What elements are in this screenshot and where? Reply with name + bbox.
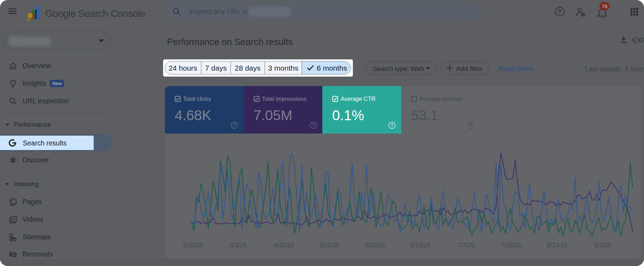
svg-text:?: ? (558, 9, 562, 15)
svg-text:?: ? (469, 123, 472, 128)
svg-text:?: ? (312, 123, 315, 128)
svg-text:?: ? (233, 123, 236, 128)
svg-text:?: ? (391, 123, 394, 128)
